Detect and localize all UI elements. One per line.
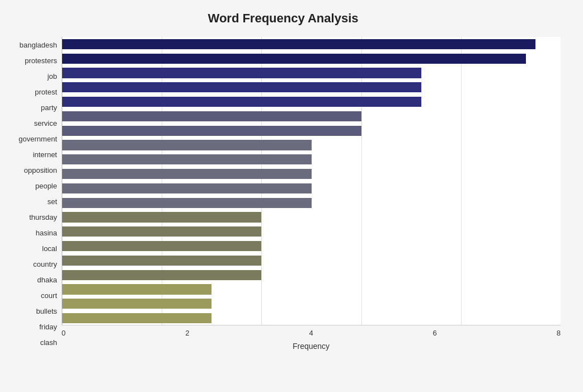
bar-row [62,126,561,136]
x-tick: 8 [557,329,561,337]
y-label: bangladesh [20,37,57,52]
y-label: local [42,242,57,256]
y-label: court [41,289,57,303]
y-label: friday [39,320,57,334]
bar [62,82,421,92]
bar [62,212,261,222]
y-label: job [48,69,57,83]
bar-row [62,256,561,266]
bar-row [62,68,561,78]
bar [62,126,361,136]
bar-row [62,154,561,164]
bar [62,68,421,78]
grid-line [261,37,262,325]
y-label: thursday [29,210,57,225]
bar [62,183,312,193]
bar [62,226,261,237]
y-label: protesters [25,53,57,68]
bar [62,284,211,294]
y-label: bullets [36,304,57,319]
bar [62,140,312,150]
x-axis-label: Frequency [62,342,561,351]
y-label: dhaka [37,273,57,287]
y-label: country [33,257,57,272]
bar-row [62,169,561,179]
grid-line [62,37,63,325]
y-label: internet [33,147,57,162]
chart-area: bangladeshprotestersjobprotestpartyservi… [6,37,561,351]
bars-and-x: 02468 Frequency [62,37,561,351]
bar-row [62,226,561,237]
chart-title: Word Frequency Analysis [6,11,561,26]
grid-line [361,37,362,325]
y-label: clash [40,336,57,350]
y-label: opposition [24,163,57,177]
x-axis: 02468 [62,325,561,337]
x-tick: 2 [185,329,189,337]
bar [62,154,312,164]
bar-row [62,241,561,251]
bar-row [62,97,561,107]
bar-row [62,212,561,222]
bar [62,111,361,121]
bar [62,299,211,309]
y-label: hasina [36,226,57,240]
y-label: people [35,178,57,193]
bar [62,54,526,64]
bar-row [62,183,561,193]
bar [62,169,312,179]
bar [62,97,421,107]
bar [62,241,261,251]
grid-line [461,37,462,325]
bar-row [62,82,561,92]
y-label: service [34,116,57,130]
bar [62,270,261,280]
bar [62,256,261,266]
bar [62,313,211,323]
bars-area [62,37,561,325]
bar-row [62,54,561,64]
y-label: protest [35,84,57,99]
x-tick: 6 [433,329,437,337]
bar-row [62,39,561,49]
y-label: party [41,100,57,115]
x-tick: 0 [62,329,65,337]
bar-row [62,198,561,208]
y-label: set [48,194,57,209]
grid-line [162,37,162,325]
bar [62,198,312,208]
chart-container: Word Frequency Analysis bangladeshprotes… [0,0,583,392]
y-axis: bangladeshprotestersjobprotestpartyservi… [6,37,62,351]
bar-row [62,284,561,294]
bar [62,39,535,49]
bar-row [62,270,561,280]
bar-row [62,140,561,150]
y-label: government [18,131,57,146]
bar-row [62,111,561,121]
bar-row [62,313,561,323]
bar-row [62,299,561,309]
x-tick: 4 [309,329,313,337]
